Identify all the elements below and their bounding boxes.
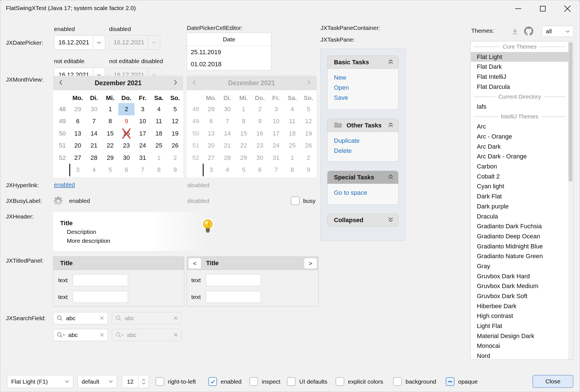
calendar-day[interactable]: 17 — [135, 127, 151, 140]
calendar-day[interactable]: 9 — [167, 164, 183, 176]
calendar-day[interactable]: 30 — [86, 103, 102, 115]
theme-list-item[interactable]: Gradianto Dark Fuchsia — [471, 221, 568, 231]
checkbox-box[interactable] — [336, 377, 344, 386]
checkbox-box[interactable] — [393, 377, 402, 386]
clear-icon[interactable]: ✕ — [99, 315, 104, 322]
theme-list-item[interactable]: High contrast — [471, 311, 568, 321]
prev-button[interactable]: < — [188, 258, 201, 269]
monthview-enabled[interactable]: Dezember 2021Mo.Di.Mi.Do.Fr.Sa.So.482930… — [53, 76, 183, 177]
theme-list-item[interactable]: Gruvbox Dark Medium — [471, 281, 568, 291]
checkbox-box[interactable] — [249, 377, 258, 386]
calendar-day[interactable]: 29 — [70, 103, 86, 115]
theme-list-item[interactable]: Gruvbox Dark Hard — [471, 271, 568, 281]
calendar-day[interactable]: 4 — [86, 164, 102, 176]
calendar-day[interactable]: 9 — [118, 115, 135, 128]
table-row[interactable]: 25.11.2019 — [187, 46, 271, 58]
calendar-day[interactable]: 19 — [167, 127, 183, 140]
taskpane-link-delete[interactable]: Delete — [334, 147, 398, 157]
calendar-day[interactable]: 16 — [118, 127, 135, 140]
calendar-day[interactable]: 6 — [70, 115, 86, 128]
calendar-day[interactable]: 29 — [102, 152, 118, 164]
theme-list-item[interactable]: Gradianto Midnight Blue — [471, 241, 568, 251]
taskpane-header[interactable]: Other Tasks — [327, 119, 399, 132]
calendar-day[interactable]: 10 — [135, 115, 151, 128]
theme-list-item[interactable]: Material Design Dark — [471, 331, 568, 341]
taskpane-link-new[interactable]: New — [334, 74, 398, 84]
spinner-arrows[interactable] — [138, 375, 148, 388]
date-table[interactable]: Date 25.11.2019 01.02.2018 — [187, 33, 271, 70]
font-size-spinner[interactable]: 12 — [122, 375, 149, 388]
theme-list-item[interactable]: Gradianto Deep Ocean — [471, 231, 568, 241]
scrollbar-track[interactable] — [568, 42, 573, 360]
text-input[interactable] — [206, 274, 261, 286]
font-combo[interactable]: default — [77, 375, 117, 388]
close-button[interactable]: Close — [532, 375, 573, 388]
calendar-day[interactable]: 30 — [118, 152, 135, 164]
taskpane-link-save[interactable]: Save — [334, 94, 398, 104]
hyperlink-enabled[interactable]: enabled — [54, 181, 75, 188]
theme-list-item[interactable]: Arc — [471, 122, 568, 132]
taskpane-header[interactable]: Special Tasks — [327, 171, 399, 184]
text-input[interactable] — [73, 274, 128, 286]
text-input[interactable] — [206, 291, 261, 303]
theme-list-item[interactable]: Cobalt 2 — [471, 172, 568, 182]
checkbox-box[interactable] — [291, 196, 300, 205]
theme-list-item[interactable]: Arc Dark - Orange — [471, 152, 568, 162]
checkbox-box[interactable] — [208, 377, 217, 386]
theme-list-item[interactable]: Flat Dark — [471, 62, 568, 72]
scrollbar-thumb[interactable] — [569, 42, 572, 181]
theme-list-item[interactable]: Arc Dark — [471, 142, 568, 152]
theme-list-item[interactable]: Nord — [471, 351, 568, 360]
datepicker-enabled[interactable]: 16.12.2021 — [54, 35, 105, 50]
close-window-button[interactable] — [555, 0, 579, 17]
theme-list-item[interactable]: lafs — [471, 102, 568, 112]
theme-list-item[interactable]: Dark purple — [471, 201, 568, 212]
busy-checkbox[interactable]: busy — [291, 196, 315, 205]
theme-list-item[interactable]: Carbon — [471, 161, 568, 172]
download-icon[interactable] — [511, 28, 519, 35]
table-row[interactable]: 01.02.2018 — [187, 58, 271, 70]
search-field-dropdown-enabled[interactable]: abc✕ — [53, 329, 108, 341]
checkbox-box[interactable] — [446, 377, 454, 386]
checkbox-right-to-left[interactable]: right-to-left — [155, 377, 196, 386]
search-icon[interactable] — [57, 315, 63, 321]
checkbox-explicit-colors[interactable]: explicit colors — [336, 377, 383, 386]
minimize-button[interactable] — [506, 0, 530, 17]
theme-list-item[interactable]: Gruvbox Dark Soft — [471, 291, 568, 301]
laf-combo[interactable]: Flat Light (F1) — [7, 375, 73, 388]
theme-list-item[interactable]: Flat IntelliJ — [471, 72, 568, 82]
theme-list-item[interactable]: Flat Light — [471, 52, 568, 62]
chevron-right-icon[interactable] — [173, 79, 178, 87]
text-input[interactable] — [73, 291, 128, 303]
calendar-day[interactable]: 4 — [151, 103, 167, 115]
calendar-day[interactable]: 11 — [151, 115, 167, 128]
checkbox-box[interactable] — [155, 377, 164, 386]
calendar-day[interactable]: 6 — [118, 164, 135, 176]
theme-list-item[interactable]: Arc - Orange — [471, 132, 568, 142]
checkbox-inspect[interactable]: inspect — [249, 377, 280, 386]
search-field-enabled[interactable]: abc✕ — [53, 312, 108, 324]
clear-icon[interactable]: ✕ — [99, 332, 104, 338]
calendar-day[interactable]: 31 — [135, 152, 151, 164]
next-button[interactable]: > — [304, 258, 317, 269]
theme-list-item[interactable]: Dracula — [471, 212, 568, 222]
theme-list-item[interactable]: Flat Darcula — [471, 82, 568, 92]
calendar-day[interactable]: 8 — [151, 164, 167, 176]
calendar-day[interactable]: 5 — [102, 164, 118, 176]
checkbox-ui-defaults[interactable]: UI defaults — [287, 377, 327, 386]
themes-filter-combo[interactable]: all — [542, 26, 574, 37]
calendar-day[interactable]: 2 — [167, 152, 183, 164]
checkbox-opaque[interactable]: opaque — [446, 377, 478, 386]
calendar-day[interactable]: 8 — [102, 115, 118, 128]
monthview-grid[interactable]: Mo.Di.Mi.Do.Fr.Sa.So.4829301234549678910… — [53, 90, 183, 177]
calendar-day[interactable]: 1 — [102, 103, 118, 115]
taskpane-header[interactable]: Basic Tasks — [327, 56, 399, 69]
taskpane-link-duplicate[interactable]: Duplicate — [334, 137, 398, 147]
theme-list-item[interactable]: Gradianto Nature Green — [471, 251, 568, 261]
chevron-down-icon[interactable] — [93, 35, 105, 49]
calendar-day[interactable]: 5 — [167, 103, 183, 115]
double-chevron-down-icon[interactable] — [388, 217, 394, 224]
chevron-left-icon[interactable] — [59, 79, 63, 87]
calendar-day[interactable]: 2 — [118, 103, 135, 115]
calendar-day[interactable]: 21 — [86, 140, 102, 152]
